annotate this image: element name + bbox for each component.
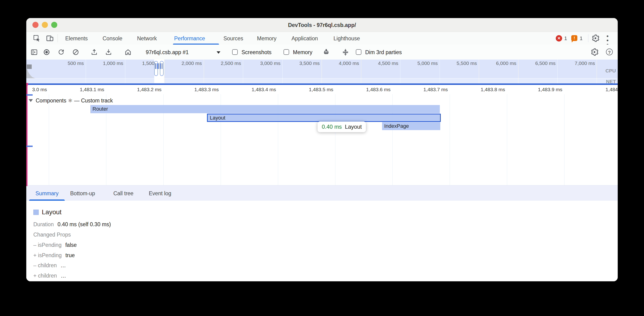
home-live-metrics-icon[interactable]	[124, 48, 132, 57]
overview-event-tick	[158, 63, 159, 69]
tab-summary[interactable]: Summary	[36, 185, 58, 201]
inspect-element-icon[interactable]	[33, 34, 40, 42]
cpu-activity-chart	[26, 69, 35, 78]
tabbar-divider	[588, 34, 588, 42]
overview-tick: 3,500 ms	[278, 60, 320, 66]
tab-lighthouse[interactable]: Lighthouse	[334, 32, 360, 44]
screen: DevTools - 97r6ql.csb.app/ Elements Cons…	[0, 0, 644, 316]
summary-row-value: false	[65, 242, 77, 248]
performance-toolbar: 97r6ql.csb.app #1 Screenshots Memory	[26, 44, 618, 59]
warning-badge-icon[interactable]: !	[571, 35, 577, 41]
tab-bottom-up[interactable]: Bottom-up	[70, 185, 95, 201]
summary-row-value: 0.40 ms (self 0.30 ms)	[58, 221, 111, 228]
toggle-live-metrics-icon[interactable]	[30, 48, 38, 57]
screenshots-checkbox[interactable]	[232, 49, 238, 55]
summary-row-label: + isPending	[33, 252, 62, 259]
flame-bar-indexpage[interactable]: IndexPage	[382, 122, 440, 130]
summary-row: Changed Props	[33, 231, 75, 238]
flame-bar-layout[interactable]: Layout	[207, 114, 441, 122]
save-profile-icon[interactable]	[105, 48, 112, 57]
capture-settings-gear-icon[interactable]	[590, 48, 598, 57]
summary-row-label: Changed Props	[33, 232, 71, 238]
tab-elements[interactable]: Elements	[65, 32, 88, 44]
tab-application[interactable]: Application	[292, 32, 318, 44]
ruler-tick: 1,483.3 ms	[179, 87, 219, 92]
ruler-tick: 1,483.8 ms	[465, 87, 505, 92]
memory-label[interactable]: Memory	[293, 44, 312, 59]
dim-3rd-parties-label[interactable]: Dim 3rd parties	[365, 44, 402, 59]
toggle-device-toolbar-icon[interactable]	[46, 34, 54, 42]
window-title: DevTools - 97r6ql.csb.app/	[26, 18, 618, 32]
tooltip-event-name: Layout	[345, 124, 362, 130]
warning-count[interactable]: 1	[580, 32, 582, 44]
overview-tick: 7,000 ms	[553, 60, 595, 66]
overview-tick: 3,000 ms	[238, 60, 280, 66]
devtools-window: DevTools - 97r6ql.csb.app/ Elements Cons…	[26, 18, 618, 281]
summary-row: + children …	[33, 272, 66, 279]
load-profile-icon[interactable]	[90, 48, 98, 57]
tab-event-log[interactable]: Event log	[149, 185, 171, 201]
collect-garbage-icon[interactable]	[322, 48, 330, 57]
ruler-tick: 1,483.2 ms	[122, 87, 162, 92]
clear-recordings-button[interactable]	[72, 48, 79, 57]
tab-memory[interactable]: Memory	[257, 32, 276, 44]
summary-row-label: – children	[33, 262, 57, 269]
cpu-track-label: CPU	[606, 68, 616, 74]
track-header[interactable]: Components ⚛ — Custom track	[29, 97, 113, 104]
ruler-tick: 1,483.5 ms	[293, 87, 333, 92]
cpu-activity-block	[27, 64, 32, 69]
dim-3rd-parties-checkbox[interactable]	[356, 49, 362, 55]
help-icon[interactable]: ?	[606, 48, 613, 55]
error-badge-icon[interactable]: ✕	[556, 35, 562, 41]
collapse-track-icon[interactable]	[29, 99, 33, 102]
selected-range-bar	[26, 83, 618, 85]
tab-call-tree[interactable]: Call tree	[113, 185, 134, 201]
details-tabstrip: Summary Bottom-up Call tree Event log	[26, 185, 618, 201]
summary-row-label: + children	[33, 273, 57, 279]
flame-bar-router[interactable]: Router	[90, 105, 440, 113]
overview-tick: 500 ms	[42, 60, 84, 66]
summary-row-value: …	[60, 262, 66, 269]
overview-tick: 5,000 ms	[396, 60, 438, 66]
components-track: Components ⚛ — Custom track Router Layou…	[26, 94, 618, 185]
overview-tick: 6,000 ms	[474, 60, 516, 66]
summary-row: – isPending false	[33, 242, 77, 249]
track-extent-cap-top	[26, 94, 32, 96]
error-count[interactable]: 1	[564, 32, 567, 44]
ruler-tick: 1,483.6 ms	[351, 87, 390, 92]
tab-performance[interactable]: Performance	[174, 32, 205, 44]
memory-checkbox[interactable]	[284, 49, 289, 55]
tab-sources[interactable]: Sources	[224, 32, 243, 44]
history-selector[interactable]: 97r6ql.csb.app #1	[146, 44, 189, 59]
tabbar-divider	[58, 34, 58, 42]
ruler-tick: 3.0 ms	[26, 87, 47, 92]
summary-row: – children …	[33, 262, 66, 269]
record-button[interactable]	[43, 48, 50, 57]
summary-row-value: …	[60, 273, 66, 279]
overview-event-tick	[157, 63, 158, 69]
record-and-reload-button[interactable]	[58, 48, 65, 57]
capture-settings-collapse-icon[interactable]	[342, 48, 349, 57]
overview-tick: 2,000 ms	[160, 60, 202, 66]
overview-tick: 4,000 ms	[317, 60, 359, 66]
track-title: Components ⚛ — Custom track	[36, 97, 113, 104]
summary-pane: Layout Duration 0.40 ms (self 0.30 ms) C…	[26, 201, 618, 281]
ruler-tick: 1,483.9 ms	[522, 87, 562, 92]
ruler-tick: 1,483.4 ms	[236, 87, 276, 92]
summary-row: + isPending true	[33, 252, 75, 259]
event-tooltip: 0.40 ms Layout	[318, 121, 366, 132]
summary-row-label: – isPending	[33, 242, 62, 248]
screenshots-label[interactable]: Screenshots	[242, 44, 272, 59]
history-dropdown-caret-icon[interactable]	[216, 51, 220, 54]
overview-tick: 1,000 ms	[81, 60, 123, 66]
overview-tick: 6,500 ms	[513, 60, 556, 66]
timeline-overview[interactable]: 500 ms 1,000 ms 1,500 ms 2,000 ms 2,500 …	[26, 59, 618, 84]
titlebar: DevTools - 97r6ql.csb.app/	[26, 18, 618, 32]
tab-network[interactable]: Network	[137, 32, 157, 44]
summary-row-value: true	[66, 252, 75, 259]
tab-console[interactable]: Console	[102, 32, 122, 44]
overview-tick: 5,500 ms	[435, 60, 477, 66]
settings-gear-icon[interactable]	[592, 34, 600, 42]
track-extent-cap-bottom	[26, 146, 32, 147]
overview-event-tick	[162, 63, 162, 69]
